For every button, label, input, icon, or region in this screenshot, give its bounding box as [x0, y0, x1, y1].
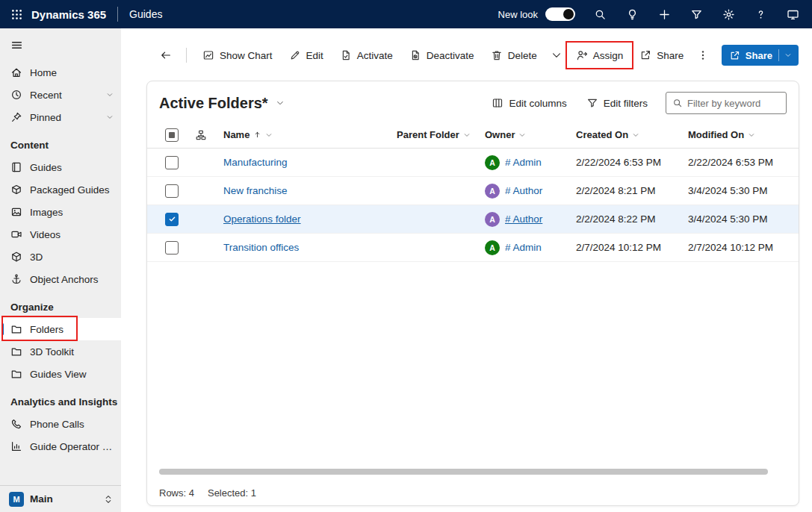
hamburger-button[interactable] — [10, 39, 23, 51]
chevron-down-icon[interactable] — [784, 51, 792, 59]
sidebar-item-videos[interactable]: Videos — [0, 223, 121, 246]
sidebar-item-guide-operator-s[interactable]: Guide Operator S... — [0, 435, 121, 458]
command-bar: Show Chart Edit Activate Deactivate Dele… — [121, 39, 812, 72]
image-icon — [10, 206, 22, 218]
cube-icon — [10, 251, 22, 263]
hierarchy-icon[interactable] — [195, 129, 207, 141]
help-button[interactable] — [745, 0, 777, 28]
owner-link[interactable]: # Admin — [505, 157, 542, 168]
table-row[interactable]: New franchise A# Author 2/2/2024 8:21 PM… — [147, 177, 799, 205]
overflow-button[interactable] — [692, 43, 713, 67]
sidebar-item-3d[interactable]: 3D — [0, 246, 121, 268]
column-header-owner[interactable]: Owner — [479, 129, 570, 140]
column-header-name[interactable]: Name — [217, 129, 391, 140]
horizontal-scrollbar — [159, 468, 787, 475]
app-name[interactable]: Guides — [129, 8, 162, 20]
chevron-down-icon[interactable] — [463, 131, 471, 139]
sidebar-item-phone-calls[interactable]: Phone Calls — [0, 413, 121, 435]
owner-link[interactable]: # Admin — [505, 242, 542, 253]
column-header-created-on[interactable]: Created On — [570, 129, 682, 140]
chevron-down-icon — [551, 49, 562, 61]
sidebar-item-guides[interactable]: Guides — [0, 156, 121, 178]
chevron-down-icon[interactable] — [518, 131, 526, 139]
search-icon — [672, 98, 683, 108]
owner-avatar: A — [485, 240, 500, 255]
delete-button[interactable]: Delete — [483, 43, 545, 67]
view-title[interactable]: Active Folders* — [159, 95, 268, 112]
folder-icon — [10, 346, 22, 358]
search-button[interactable] — [584, 0, 616, 28]
waffle-icon — [10, 8, 23, 21]
share-button[interactable]: Share — [632, 43, 691, 67]
deactivate-icon — [409, 49, 421, 61]
column-header-parent-folder[interactable]: Parent Folder — [391, 129, 479, 140]
row-checkbox[interactable] — [165, 241, 179, 255]
folder-name-link[interactable]: New franchise — [223, 185, 288, 196]
table-row[interactable]: Transition offices A# Admin 2/7/2024 10:… — [147, 234, 799, 262]
sidebar-item-packaged-guides[interactable]: Packaged Guides — [0, 178, 121, 201]
filter-button[interactable] — [681, 0, 713, 28]
environment-picker[interactable]: M Main — [0, 485, 121, 512]
owner-link[interactable]: # Author — [505, 213, 542, 225]
sidebar-item-images[interactable]: Images — [0, 201, 121, 223]
owner-link[interactable]: # Author — [505, 185, 542, 196]
add-button[interactable] — [648, 0, 681, 28]
chevron-down-icon — [106, 91, 114, 99]
chevron-down-icon[interactable] — [265, 131, 273, 139]
devices-button[interactable] — [777, 0, 809, 28]
row-checkbox[interactable] — [165, 156, 179, 169]
edit-button[interactable]: Edit — [282, 43, 331, 67]
home-icon — [10, 66, 22, 78]
column-header-modified-on[interactable]: Modified On — [682, 129, 799, 140]
scrollbar-thumb[interactable] — [159, 469, 768, 475]
activate-button[interactable]: Activate — [332, 43, 400, 67]
folder-name-link[interactable]: Manufacturing — [223, 157, 288, 168]
more-commands-button[interactable] — [546, 43, 567, 67]
sidebar-item-object-anchors[interactable]: Object Anchors — [0, 268, 121, 290]
view-selector-chevron-icon[interactable] — [276, 99, 285, 107]
deactivate-button[interactable]: Deactivate — [402, 43, 482, 67]
keyword-filter-input[interactable] — [687, 98, 780, 109]
app-launcher-button[interactable] — [3, 0, 30, 28]
select-all-checkbox[interactable] — [165, 128, 179, 142]
sidebar-item-guides-view[interactable]: Guides View — [0, 363, 121, 385]
sidebar-item-home[interactable]: Home — [0, 61, 121, 84]
sidebar-item-pinned[interactable]: Pinned — [0, 106, 121, 128]
edit-filters-button[interactable]: Edit filters — [579, 91, 655, 115]
lightbulb-button[interactable] — [616, 0, 648, 28]
settings-icon — [722, 8, 735, 21]
more-vertical-icon — [697, 49, 709, 61]
assign-button[interactable]: Assign — [568, 43, 631, 67]
package-icon — [10, 184, 22, 196]
sidebar-item-3d-toolkit[interactable]: 3D Toolkit — [0, 340, 121, 363]
show-chart-button[interactable]: Show Chart — [195, 43, 280, 67]
row-checkbox[interactable] — [165, 184, 179, 198]
back-arrow-icon — [160, 49, 172, 61]
new-look-toggle[interactable] — [545, 7, 575, 21]
sidebar: Home Recent Pinned Content Guides Packag… — [0, 28, 121, 512]
chevron-up-down-icon[interactable] — [103, 494, 114, 505]
table-row[interactable]: Operations folder A# Author 2/2/2024 8:2… — [147, 205, 799, 234]
selected-count: Selected: 1 — [208, 487, 256, 499]
chevron-down-icon[interactable] — [748, 131, 755, 139]
table-row[interactable]: Manufacturing A# Admin 2/22/2024 6:53 PM… — [147, 149, 799, 177]
edit-columns-button[interactable]: Edit columns — [484, 91, 574, 115]
back-button[interactable] — [154, 43, 178, 67]
split-divider — [778, 49, 779, 61]
environment-name: Main — [30, 493, 97, 505]
settings-button[interactable] — [713, 0, 745, 28]
sidebar-item-recent[interactable]: Recent — [0, 84, 121, 106]
sidebar-item-folders[interactable]: Folders — [0, 318, 121, 340]
devices-icon — [787, 8, 799, 21]
chevron-down-icon[interactable] — [632, 131, 639, 139]
sidebar-section-content: Content — [0, 128, 121, 156]
chart-icon — [10, 440, 22, 452]
columns-icon — [492, 97, 503, 109]
topbar-divider — [117, 7, 118, 22]
assign-icon — [576, 49, 588, 61]
sidebar-item-label: Folders — [30, 324, 114, 335]
folder-name-link[interactable]: Transition offices — [223, 242, 299, 253]
row-checkbox[interactable] — [165, 213, 179, 226]
folder-name-link[interactable]: Operations folder — [223, 213, 301, 225]
share-primary-button[interactable]: Share — [722, 45, 799, 66]
